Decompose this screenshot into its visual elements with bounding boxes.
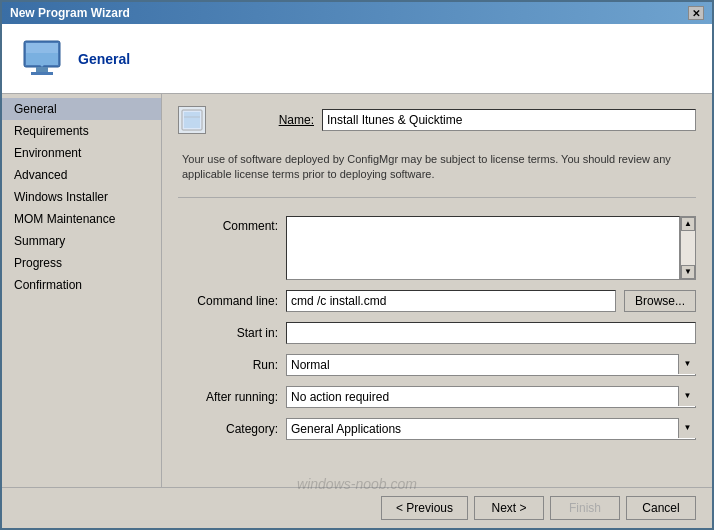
- name-icon: [178, 106, 206, 134]
- scroll-track: [681, 231, 695, 265]
- command-line-label: Command line:: [178, 294, 278, 308]
- after-running-select[interactable]: No action required ConfigMgr restarts co…: [286, 386, 696, 408]
- comment-scrollbar: ▲ ▼: [680, 216, 696, 280]
- sidebar-item-general[interactable]: General: [2, 98, 161, 120]
- name-input[interactable]: [322, 109, 696, 131]
- divider-1: [178, 197, 696, 198]
- dialog-title: New Program Wizard: [10, 6, 130, 20]
- run-select[interactable]: Normal Minimized Maximized Hidden: [286, 354, 696, 376]
- sidebar-item-requirements[interactable]: Requirements: [2, 120, 161, 142]
- after-running-label: After running:: [178, 390, 278, 404]
- scroll-down-arrow[interactable]: ▼: [681, 265, 695, 279]
- category-select[interactable]: General Applications: [286, 418, 696, 440]
- category-row: Category: General Applications ▼: [178, 418, 696, 440]
- dialog-window: New Program Wizard ✕ General General: [0, 0, 714, 530]
- wizard-main: Name: Your use of software deployed by C…: [162, 94, 712, 487]
- name-label: Name:: [214, 113, 314, 127]
- svg-rect-2: [26, 43, 58, 53]
- title-bar: New Program Wizard ✕: [2, 2, 712, 24]
- previous-button[interactable]: < Previous: [381, 496, 468, 520]
- run-row: Run: Normal Minimized Maximized Hidden ▼: [178, 354, 696, 376]
- name-row: Name:: [178, 106, 696, 134]
- wizard-header-title: General: [78, 51, 130, 67]
- sidebar-item-mom-maintenance[interactable]: MOM Maintenance: [2, 208, 161, 230]
- wizard-footer: < Previous Next > Finish Cancel: [2, 487, 712, 528]
- svg-rect-4: [31, 72, 53, 75]
- sidebar-item-environment[interactable]: Environment: [2, 142, 161, 164]
- run-select-wrapper: Normal Minimized Maximized Hidden ▼: [286, 354, 696, 376]
- comment-row: Comment: ▲ ▼: [178, 216, 696, 280]
- category-select-wrapper: General Applications ▼: [286, 418, 696, 440]
- wizard-content: General Requirements Environment Advance…: [2, 94, 712, 487]
- sidebar-item-summary[interactable]: Summary: [2, 230, 161, 252]
- next-button[interactable]: Next >: [474, 496, 544, 520]
- command-line-input[interactable]: [286, 290, 616, 312]
- finish-button[interactable]: Finish: [550, 496, 620, 520]
- browse-button[interactable]: Browse...: [624, 290, 696, 312]
- run-label: Run:: [178, 358, 278, 372]
- sidebar-item-confirmation[interactable]: Confirmation: [2, 274, 161, 296]
- category-label: Category:: [178, 422, 278, 436]
- start-in-input[interactable]: [286, 322, 696, 344]
- after-running-row: After running: No action required Config…: [178, 386, 696, 408]
- command-line-row: Command line: Browse...: [178, 290, 696, 312]
- sidebar-item-advanced[interactable]: Advanced: [2, 164, 161, 186]
- notice-text: Your use of software deployed by ConfigM…: [182, 152, 696, 183]
- after-running-select-wrapper: No action required ConfigMgr restarts co…: [286, 386, 696, 408]
- comment-textarea[interactable]: [286, 216, 680, 280]
- start-in-label: Start in:: [178, 326, 278, 340]
- wizard-header: General: [2, 24, 712, 94]
- sidebar-item-progress[interactable]: Progress: [2, 252, 161, 274]
- start-in-row: Start in:: [178, 322, 696, 344]
- svg-rect-3: [36, 67, 48, 72]
- sidebar-item-windows-installer[interactable]: Windows Installer: [2, 186, 161, 208]
- wizard-icon: [18, 35, 66, 83]
- comment-label: Comment:: [178, 216, 278, 233]
- close-button[interactable]: ✕: [688, 6, 704, 20]
- comment-wrapper: ▲ ▼: [286, 216, 696, 280]
- scroll-up-arrow[interactable]: ▲: [681, 217, 695, 231]
- wizard-sidebar: General Requirements Environment Advance…: [2, 94, 162, 487]
- svg-rect-7: [184, 112, 200, 128]
- svg-point-5: [41, 63, 44, 66]
- cancel-button[interactable]: Cancel: [626, 496, 696, 520]
